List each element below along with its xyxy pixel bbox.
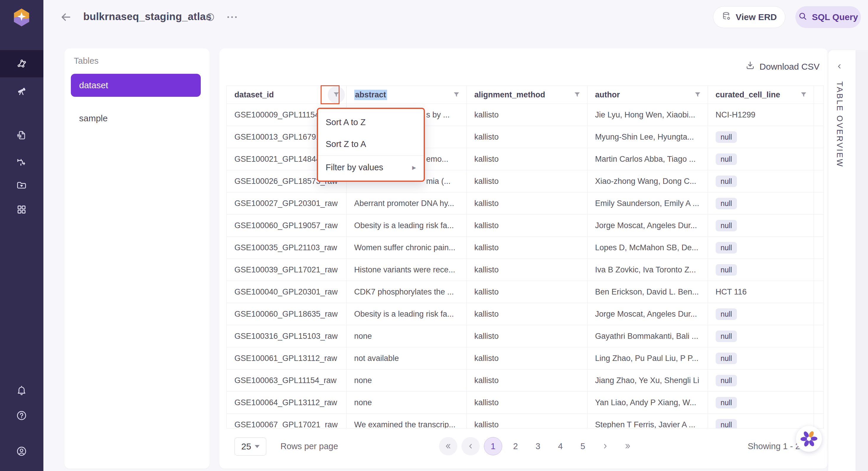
cell-curated_cell_line[interactable]: null xyxy=(708,237,814,259)
cell-alignment_method[interactable]: kallisto xyxy=(466,414,587,429)
column-header-abstract[interactable]: abstract xyxy=(346,86,466,104)
filter-icon[interactable] xyxy=(693,91,702,99)
filter-icon[interactable] xyxy=(452,91,461,99)
notifications-bell-icon[interactable] xyxy=(16,385,27,396)
cell-author[interactable]: Jie Lyu, Hong Wen, Xiaobi... xyxy=(587,104,708,126)
info-icon[interactable] xyxy=(206,13,215,22)
page-button-3[interactable]: 3 xyxy=(529,437,547,456)
column-header-alignment_method[interactable]: alignment_method xyxy=(466,86,587,104)
cell-author[interactable]: Jiang Zhao, Ye Xu, Shengli Li xyxy=(587,370,708,391)
filter-icon[interactable] xyxy=(573,91,581,99)
cell-abstract[interactable]: Obesity is a leading risk fa... xyxy=(346,215,466,237)
pinwheel-logo[interactable] xyxy=(796,426,822,452)
cell-author[interactable]: Ling Zhao, Pu Paul Liu, P P... xyxy=(587,347,708,370)
rows-per-page-select[interactable]: 25 xyxy=(235,437,266,456)
sidebar-table-item-sample[interactable]: sample xyxy=(71,107,201,130)
cell-dataset_id[interactable]: GSE100064_GPL13112_raw xyxy=(227,391,346,414)
cell-author[interactable]: Emily Saunderson, Emily A ... xyxy=(587,192,708,215)
cell-author[interactable]: Jorge Moscat, Angeles Dur... xyxy=(587,215,708,237)
view-erd-button[interactable]: View ERD xyxy=(713,6,785,28)
cell-dataset_id[interactable]: GSE100027_GPL20301_raw xyxy=(227,192,346,215)
column-header-author[interactable]: author xyxy=(587,86,708,104)
apps-grid-icon[interactable] xyxy=(16,204,27,215)
sql-query-button[interactable]: SQL Query xyxy=(795,6,861,28)
back-button[interactable] xyxy=(60,11,72,23)
cell-abstract[interactable]: Obesity is a leading risk fa... xyxy=(346,303,466,325)
page-button-1[interactable]: 1 xyxy=(484,437,502,456)
cell-curated_cell_line[interactable]: null xyxy=(708,414,814,429)
cell-curated_cell_line[interactable]: null xyxy=(708,391,814,414)
menu-item-sort-z-to-a[interactable]: Sort Z to A xyxy=(318,133,424,155)
cell-abstract[interactable]: Histone variants were rece... xyxy=(346,259,466,281)
first-page-button[interactable] xyxy=(439,437,457,456)
cell-curated_cell_line[interactable]: null xyxy=(708,148,814,170)
page-button-5[interactable]: 5 xyxy=(574,437,592,456)
cell-curated_cell_line[interactable]: null xyxy=(708,215,814,237)
cell-abstract[interactable]: none xyxy=(346,370,466,391)
cell-abstract[interactable]: Aberrant promoter DNA hy... xyxy=(346,192,466,215)
cell-curated_cell_line[interactable]: null xyxy=(708,303,814,325)
cell-alignment_method[interactable]: kallisto xyxy=(466,303,587,325)
cell-alignment_method[interactable]: kallisto xyxy=(466,391,587,414)
file-settings-icon[interactable] xyxy=(16,130,27,140)
cell-author[interactable]: Gayathri Bommakanti, Bali ... xyxy=(587,325,708,347)
cell-author[interactable]: Jorge Moscat, Angeles Dur... xyxy=(587,303,708,325)
cell-dataset_id[interactable]: GSE100035_GPL21103_raw xyxy=(227,237,346,259)
cell-author[interactable]: Stephen T Ferris, Javier A ... xyxy=(587,414,708,429)
cell-curated_cell_line[interactable]: HCT 116 xyxy=(708,281,814,303)
next-page-button[interactable] xyxy=(596,437,614,456)
cell-curated_cell_line[interactable]: null xyxy=(708,325,814,347)
menu-item-sort-a-to-z[interactable]: Sort A to Z xyxy=(318,111,424,133)
cell-dataset_id[interactable]: GSE100039_GPL17021_raw xyxy=(227,259,346,281)
page-button-2[interactable]: 2 xyxy=(506,437,525,456)
download-csv-button[interactable]: Download CSV xyxy=(745,61,819,72)
chevron-left-icon[interactable] xyxy=(836,63,843,70)
filter-icon[interactable] xyxy=(800,91,808,99)
cell-author[interactable]: Martin Carlos Abba, Tiago ... xyxy=(587,148,708,170)
cell-dataset_id[interactable]: GSE100060_GPL19057_raw xyxy=(227,215,346,237)
cell-alignment_method[interactable]: kallisto xyxy=(466,126,587,148)
cell-curated_cell_line[interactable]: null xyxy=(708,259,814,281)
sidebar-table-item-dataset[interactable]: dataset xyxy=(71,74,201,97)
cell-abstract[interactable]: Women suffer chronic pain... xyxy=(346,237,466,259)
help-circle-icon[interactable] xyxy=(16,410,27,421)
cell-dataset_id[interactable]: GSE100063_GPL11154_raw xyxy=(227,370,346,391)
cell-curated_cell_line[interactable]: null xyxy=(708,192,814,215)
more-options-icon[interactable] xyxy=(226,15,238,20)
cell-author[interactable]: Myung-Shin Lee, Hyungta... xyxy=(587,126,708,148)
cell-alignment_method[interactable]: kallisto xyxy=(466,104,587,126)
account-user-icon[interactable] xyxy=(16,446,27,457)
cell-dataset_id[interactable]: GSE100040_GPL20301_raw xyxy=(227,281,346,303)
cell-author[interactable]: Iva B Zovkic, Iva Toronto Z... xyxy=(587,259,708,281)
cell-abstract[interactable]: CDK7 phosphorylates the ... xyxy=(346,281,466,303)
cell-curated_cell_line[interactable]: null xyxy=(708,170,814,192)
cell-abstract[interactable]: not available xyxy=(346,347,466,370)
previous-page-button[interactable] xyxy=(461,437,480,456)
cell-alignment_method[interactable]: kallisto xyxy=(466,259,587,281)
folder-favorites-icon[interactable] xyxy=(16,180,27,190)
cell-curated_cell_line[interactable]: null xyxy=(708,370,814,391)
cell-alignment_method[interactable]: kallisto xyxy=(466,192,587,215)
cell-alignment_method[interactable]: kallisto xyxy=(466,170,587,192)
cell-curated_cell_line[interactable]: null xyxy=(708,126,814,148)
cell-alignment_method[interactable]: kallisto xyxy=(466,281,587,303)
cell-author[interactable]: Ben Erickson, David L. Ben... xyxy=(587,281,708,303)
cell-abstract[interactable]: We examined the transcrip... xyxy=(346,414,466,429)
page-button-4[interactable]: 4 xyxy=(551,437,569,456)
cell-dataset_id[interactable]: GSE100060_GPL18635_raw xyxy=(227,303,346,325)
cell-curated_cell_line[interactable]: NCI-H1299 xyxy=(708,104,814,126)
last-page-button[interactable] xyxy=(619,437,637,456)
cell-dataset_id[interactable]: GSE100061_GPL13112_raw xyxy=(227,347,346,370)
column-header-dataset_id[interactable]: dataset_id xyxy=(227,86,346,104)
pipeline-icon[interactable] xyxy=(16,157,27,167)
cell-author[interactable]: Xiao-zhong Wang, Dong C... xyxy=(587,170,708,192)
menu-item-filter-by-values[interactable]: Filter by values▸ xyxy=(318,156,424,178)
cell-abstract[interactable]: none xyxy=(346,325,466,347)
telescope-icon[interactable] xyxy=(16,85,27,96)
cell-curated_cell_line[interactable]: null xyxy=(708,347,814,370)
cell-dataset_id[interactable]: GSE100067_GPL17021_raw xyxy=(227,414,346,429)
cell-author[interactable]: Lopes D, McMahon SB, De... xyxy=(587,237,708,259)
cell-alignment_method[interactable]: kallisto xyxy=(466,215,587,237)
app-logo-icon[interactable] xyxy=(13,8,30,27)
cell-abstract[interactable]: none xyxy=(346,391,466,414)
